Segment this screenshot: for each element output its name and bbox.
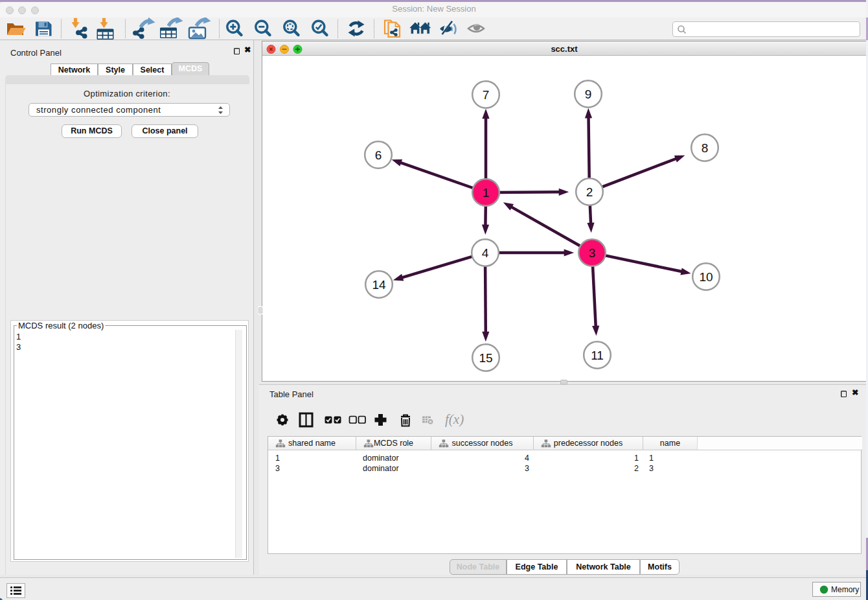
- svg-text:11: 11: [591, 349, 604, 362]
- svg-text:7: 7: [483, 88, 490, 102]
- svg-text:3: 3: [589, 246, 596, 260]
- svg-text:14: 14: [372, 278, 386, 292]
- svg-text:1: 1: [483, 186, 490, 200]
- svg-text:8: 8: [702, 141, 709, 155]
- svg-text:2: 2: [586, 185, 593, 199]
- svg-text:f(x): f(x): [445, 411, 464, 427]
- svg-text:15: 15: [479, 351, 492, 365]
- svg-text:6: 6: [375, 148, 382, 162]
- svg-text:4: 4: [482, 246, 489, 260]
- svg-text:9: 9: [585, 87, 592, 101]
- svg-text:10: 10: [699, 270, 713, 284]
